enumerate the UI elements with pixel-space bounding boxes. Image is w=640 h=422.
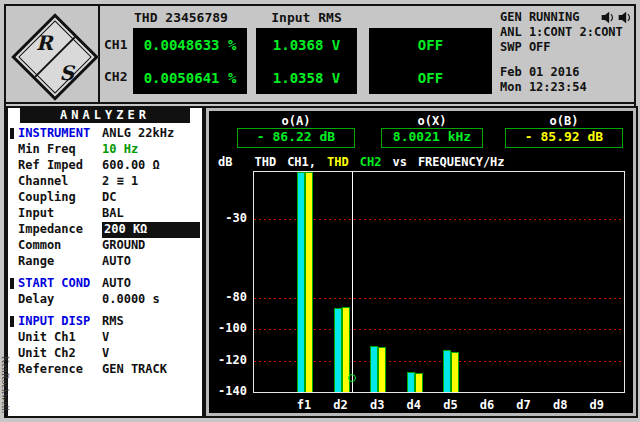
analyzer-row-value[interactable]: AUTO [102, 276, 200, 292]
x-tick-label: d8 [553, 398, 567, 411]
graph-screen: o(A) - 86.22 dB o(X) 8.0021 kHz o(B) - 8… [209, 111, 633, 413]
ch1-label: CH1 [104, 37, 127, 52]
speaker-ch2-icon [617, 11, 632, 24]
analyzer-row[interactable]: Ref Imped600.00 Ω [18, 158, 200, 174]
analyzer-row-label: Unit Ch2 [18, 346, 102, 362]
analyzer-row-value[interactable]: 2 ≡ 1 [102, 174, 200, 190]
bar-d5-ch2 [451, 352, 459, 392]
top-status-bar: R S THD 23456789 CH1 CH2 0.0048633 % 0.0… [6, 6, 634, 104]
logo-letter-s: S [60, 61, 74, 85]
analyzer-row-value[interactable]: 200 KΩ [102, 222, 200, 238]
y-tick-label: -80 [209, 290, 247, 304]
analyzer-row-value[interactable]: GEN TRACK [102, 362, 200, 378]
analyzer-row[interactable]: CommonGROUND [18, 238, 200, 254]
analyzer-row[interactable]: Unit Ch1V [18, 330, 200, 346]
date-text: Feb 01 2016 [500, 65, 632, 80]
logo-box: R S [6, 6, 100, 102]
rms-ch1-value: 1.0368 V [273, 37, 340, 53]
analyzer-row[interactable]: Channel2 ≡ 1 [18, 174, 200, 190]
analyzer-row[interactable]: Min Freq10 Hz [18, 142, 200, 158]
plot-area [253, 171, 625, 393]
rs-logo: R S [11, 13, 99, 101]
cursor-readout-label: o(B) [505, 114, 623, 127]
analyzer-row-value[interactable]: 0.0000 s [102, 292, 200, 308]
bar-f1-ch1 [297, 172, 305, 392]
analyzer-row-label: START COND [18, 276, 102, 292]
x-tick-label: d9 [590, 398, 604, 411]
thd-ch2-value: 0.0050641 % [144, 70, 237, 86]
analyzer-row-label: Channel [18, 174, 102, 190]
x-tick-label: d2 [333, 398, 347, 411]
x-tick-label: d4 [407, 398, 421, 411]
analyzer-row-label: Coupling [18, 190, 102, 206]
bar-f1-ch2 [305, 172, 313, 392]
thd-ch1-value: 0.0048633 % [144, 37, 237, 53]
analyzer-row-value[interactable]: ANLG 22kHz [102, 126, 200, 142]
cursor-readout-value: 8.0021 kHz [381, 128, 483, 148]
thd-readout-panel: 0.0048633 % 0.0050641 % [133, 28, 247, 94]
analyzer-row[interactable]: InputBAL [18, 206, 200, 222]
aux-value-2: OFF [418, 70, 443, 86]
cursor-readout-value: - 85.92 dB [505, 128, 623, 148]
bar-d5-ch1 [443, 350, 451, 392]
cursor-readout: o(B) - 85.92 dB [505, 114, 623, 148]
bar-d4-ch1 [407, 372, 415, 392]
analyzer-row-value[interactable]: 10 Hz [102, 142, 200, 158]
analyzer-row[interactable]: Unit Ch2V [18, 346, 200, 362]
time-text: Mon 12:23:54 [500, 80, 632, 95]
y-tick-label: -30 [209, 211, 247, 225]
analyzer-row[interactable]: RangeAUTO [18, 254, 200, 270]
x-tick-label: d6 [480, 398, 494, 411]
swp-status: SWP OFF [500, 40, 632, 55]
rs-logo-inner: R S [27, 29, 83, 85]
watermark: KenRockwell. [0, 356, 11, 414]
x-cursor-line[interactable] [352, 172, 353, 392]
bar-d3-ch1 [370, 346, 378, 392]
input-rms-panel: 1.0368 V 1.0358 V [256, 28, 357, 94]
legend-item: THD [327, 155, 349, 169]
y-axis-unit-label: dB [218, 155, 232, 169]
analyzer-panel: ANALYZER INSTRUMENTANLG 22kHzMin Freq10 … [6, 106, 204, 418]
analyzer-row-value[interactable]: V [102, 346, 200, 362]
analyzer-row[interactable]: START CONDAUTO [18, 276, 200, 292]
y-axis: -30-80-100-120-140 [209, 171, 251, 393]
chart-legend-row: dB THDCH1,THDCH2vsFREQUENCY/Hz [218, 155, 633, 169]
thd-function-title: THD 23456789 [134, 10, 252, 25]
analyzer-row[interactable]: Impedance200 KΩ [18, 222, 200, 238]
analyzer-row-value[interactable]: RMS [102, 314, 200, 330]
legend-item: CH2 [360, 155, 382, 169]
analyzer-row[interactable]: ReferenceGEN TRACK [18, 362, 200, 378]
cursor-readout-label: o(X) [381, 114, 483, 127]
analyzer-row[interactable]: INPUT DISPRMS [18, 314, 200, 330]
analyzer-row-label: Common [18, 238, 102, 254]
legend-item: FREQUENCY/Hz [418, 155, 505, 169]
analyzer-row-value[interactable]: BAL [102, 206, 200, 222]
analyzer-row-value[interactable]: DC [102, 190, 200, 206]
analyzer-row-value[interactable]: 600.00 Ω [102, 158, 200, 174]
legend-item: vs [392, 155, 406, 169]
x-tick-label: f1 [297, 398, 311, 411]
anl-status: ANL 1:CONT 2:CONT [500, 25, 632, 40]
analyzer-row-value[interactable]: GROUND [102, 238, 200, 254]
legend-item: CH1, [287, 155, 316, 169]
x-tick-label: d3 [370, 398, 384, 411]
analyzer-row[interactable]: INSTRUMENTANLG 22kHz [18, 126, 200, 142]
analyzer-row[interactable]: Delay0.0000 s [18, 292, 200, 308]
analyzer-row-value[interactable]: AUTO [102, 254, 200, 270]
analyzer-row-label: Input [18, 206, 102, 222]
cursor-readout: o(X) 8.0021 kHz [381, 114, 483, 148]
legend-item: THD [254, 155, 276, 169]
analyzer-row-value[interactable]: V [102, 330, 200, 346]
cursor-readout-value: - 86.22 dB [237, 128, 355, 148]
bar-d2-ch1 [334, 308, 342, 393]
logo-letter-r: R [36, 31, 53, 55]
analyzer-row[interactable]: CouplingDC [18, 190, 200, 206]
x-tick-label: d5 [443, 398, 457, 411]
analyzer-row-label: Ref Imped [18, 158, 102, 174]
rms-ch2-value: 1.0358 V [273, 70, 340, 86]
analyzer-row-label: Unit Ch1 [18, 330, 102, 346]
y-tick-label: -120 [209, 353, 247, 367]
legend-items: THDCH1,THDCH2vsFREQUENCY/Hz [254, 155, 504, 169]
bar-d4-ch2 [415, 373, 423, 392]
cursor-readout-label: o(A) [237, 114, 355, 127]
